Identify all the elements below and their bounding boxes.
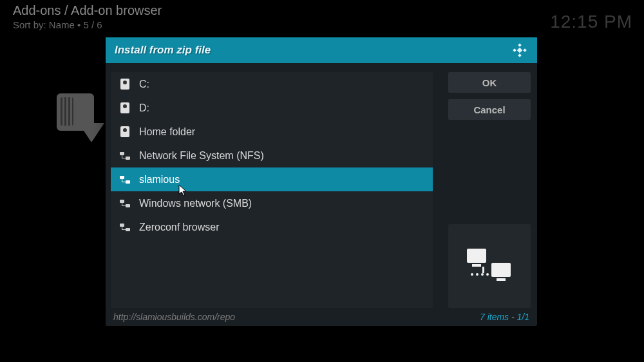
file-item-label: Home folder	[139, 126, 195, 138]
file-item-label: Network File System (NFS)	[139, 150, 264, 162]
network-icon	[118, 173, 131, 186]
svg-rect-10	[126, 180, 130, 184]
svg-rect-20	[122, 229, 126, 230]
network-icon	[118, 197, 131, 210]
svg-rect-5	[120, 152, 124, 155]
file-item-c[interactable]: C:	[111, 72, 433, 96]
file-item-slamious[interactable]: slamious	[111, 167, 433, 191]
kodi-logo-icon	[511, 42, 528, 59]
file-item-label: slamious	[139, 174, 180, 186]
svg-rect-18	[126, 228, 130, 231]
svg-rect-17	[120, 224, 124, 227]
svg-rect-2	[523, 48, 527, 52]
svg-rect-11	[122, 179, 122, 182]
svg-rect-22	[472, 264, 481, 267]
svg-rect-12	[122, 182, 126, 182]
svg-point-26	[476, 273, 478, 276]
svg-rect-1	[513, 48, 516, 52]
svg-rect-9	[120, 176, 124, 179]
file-item-d[interactable]: D:	[111, 96, 433, 120]
svg-point-28	[486, 273, 489, 276]
svg-rect-29	[482, 267, 484, 273]
zip-file-icon	[57, 93, 103, 150]
file-item-windows-network-smb[interactable]: Windows network (SMB)	[111, 191, 433, 215]
svg-rect-19	[122, 227, 122, 229]
svg-rect-15	[122, 203, 122, 205]
svg-rect-3	[518, 53, 522, 57]
drive-icon	[118, 126, 131, 138]
file-item-label: Zeroconf browser	[139, 222, 220, 233]
svg-point-27	[481, 273, 484, 276]
svg-rect-13	[120, 200, 124, 203]
dialog-header: Install from zip file	[106, 37, 537, 63]
file-item-network-file-system-nfs[interactable]: Network File System (NFS)	[111, 144, 433, 167]
breadcrumb: Add-ons / Add-on browser	[13, 3, 162, 18]
svg-rect-14	[126, 204, 130, 207]
drive-icon	[118, 102, 131, 115]
ok-button[interactable]: OK	[448, 72, 531, 93]
file-browser-list[interactable]: C:D:Home folderNetwork File System (NFS)…	[111, 72, 433, 308]
svg-point-25	[471, 273, 473, 276]
svg-rect-7	[122, 155, 122, 158]
svg-rect-8	[122, 158, 126, 158]
network-icon	[118, 221, 131, 234]
svg-rect-23	[491, 263, 511, 277]
svg-rect-0	[518, 43, 522, 47]
sort-info: Sort by: Name • 5 / 6	[13, 19, 102, 30]
svg-rect-16	[122, 205, 126, 206]
file-item-label: C:	[139, 79, 149, 90]
svg-rect-6	[126, 157, 130, 160]
file-item-label: D:	[139, 102, 149, 114]
file-item-zeroconf-browser[interactable]: Zeroconf browser	[111, 215, 433, 239]
footer-item-count: 7 items - 1/1	[480, 312, 529, 322]
network-icon	[118, 149, 131, 162]
file-item-home-folder[interactable]: Home folder	[111, 120, 433, 144]
file-item-label: Windows network (SMB)	[139, 198, 252, 209]
drive-icon	[118, 78, 131, 91]
install-from-zip-dialog: Install from zip file C:D:Home folderNet…	[106, 37, 537, 326]
clock: 12:15 PM	[550, 12, 632, 32]
dialog-title: Install from zip file	[115, 44, 211, 57]
svg-rect-4	[517, 48, 522, 53]
svg-rect-24	[497, 278, 506, 281]
cancel-button[interactable]: Cancel	[448, 99, 531, 120]
preview-thumbnail	[448, 224, 531, 308]
svg-rect-21	[467, 249, 486, 263]
footer-url: http://slamiousbuilds.com/repo	[113, 312, 235, 322]
